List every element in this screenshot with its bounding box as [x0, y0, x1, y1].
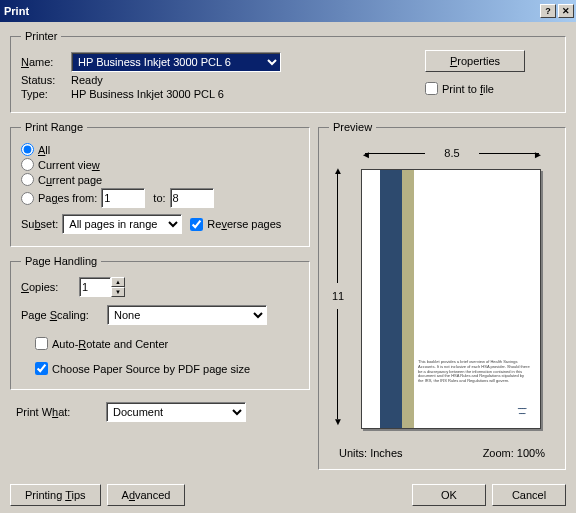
- scaling-select[interactable]: None: [107, 305, 267, 325]
- page-handling-group: Page Handling Copies: ▲ ▼ Page Scaling: …: [10, 255, 310, 390]
- print-to-file-label: Print to file: [442, 83, 494, 95]
- subset-label: Subset:: [21, 218, 58, 230]
- handling-legend: Page Handling: [21, 255, 101, 267]
- copies-spinner[interactable]: ▲ ▼: [79, 277, 125, 297]
- copies-label: Copies:: [21, 281, 79, 293]
- radio-all[interactable]: All: [21, 143, 299, 156]
- page-stripe-tan: [402, 170, 414, 428]
- printer-legend: Printer: [21, 30, 61, 42]
- pages-to-input[interactable]: [170, 188, 214, 208]
- titlebar: Print ? ✕: [0, 0, 576, 22]
- page-body-text: This booklet provides a brief overview o…: [418, 360, 530, 384]
- close-button[interactable]: ✕: [558, 4, 574, 18]
- preview-page: This booklet provides a brief overview o…: [361, 169, 541, 429]
- units-label: Units: Inches: [339, 447, 403, 459]
- window-title: Print: [4, 5, 538, 17]
- subset-select[interactable]: All pages in range: [62, 214, 182, 234]
- preview-group: Preview ◄ 8.5 ► ▲ 11 ▼ Thi: [318, 121, 566, 470]
- page-footer-text: ━━━━━━━: [518, 406, 526, 416]
- type-label: Type:: [21, 88, 71, 100]
- pages-from-input[interactable]: [101, 188, 145, 208]
- cancel-button[interactable]: Cancel: [492, 484, 566, 506]
- status-label: Status:: [21, 74, 71, 86]
- scaling-label: Page Scaling:: [21, 309, 107, 321]
- print-to-file-checkbox[interactable]: Print to file: [425, 82, 494, 95]
- printer-name-select[interactable]: HP Business Inkjet 3000 PCL 6: [71, 52, 281, 72]
- to-label: to:: [153, 192, 165, 204]
- spinner-up-icon[interactable]: ▲: [111, 277, 125, 287]
- auto-rotate-checkbox[interactable]: Auto-Rotate and Center: [35, 337, 299, 350]
- arrow-up-icon: ▲: [333, 165, 343, 176]
- name-label: Name:: [21, 56, 71, 68]
- ruler-horizontal: ◄ 8.5 ►: [369, 147, 535, 159]
- arrow-down-icon: ▼: [333, 416, 343, 427]
- radio-pages-from[interactable]: Pages from:: [21, 192, 97, 205]
- print-what-label: Print What:: [16, 406, 106, 418]
- dialog-body: Printer Name: HP Business Inkjet 3000 PC…: [0, 22, 576, 513]
- print-range-group: Print Range All Current view Current pag…: [10, 121, 310, 247]
- page-stripe-blue: [380, 170, 402, 428]
- type-value: HP Business Inkjet 3000 PCL 6: [71, 88, 224, 100]
- status-value: Ready: [71, 74, 103, 86]
- help-button[interactable]: ?: [540, 4, 556, 18]
- arrow-right-icon: ►: [533, 149, 543, 160]
- arrow-left-icon: ◄: [361, 149, 371, 160]
- zoom-label: Zoom: 100%: [483, 447, 545, 459]
- properties-button[interactable]: Properties: [425, 50, 525, 72]
- print-to-file-input[interactable]: [425, 82, 438, 95]
- reverse-pages-checkbox[interactable]: Reverse pages: [190, 218, 281, 231]
- spinner-down-icon[interactable]: ▼: [111, 287, 125, 297]
- ruler-vertical: ▲ 11 ▼: [331, 171, 345, 421]
- preview-legend: Preview: [329, 121, 376, 133]
- print-what-select[interactable]: Document: [106, 402, 246, 422]
- copies-input[interactable]: [79, 277, 111, 297]
- range-legend: Print Range: [21, 121, 87, 133]
- radio-current-view[interactable]: Current view: [21, 158, 299, 171]
- radio-current-page[interactable]: Current page: [21, 173, 299, 186]
- printer-group: Printer Name: HP Business Inkjet 3000 PC…: [10, 30, 566, 113]
- printing-tips-button[interactable]: Printing Tips: [10, 484, 101, 506]
- ok-button[interactable]: OK: [412, 484, 486, 506]
- advanced-button[interactable]: Advanced: [107, 484, 186, 506]
- choose-paper-checkbox[interactable]: Choose Paper Source by PDF page size: [35, 362, 299, 375]
